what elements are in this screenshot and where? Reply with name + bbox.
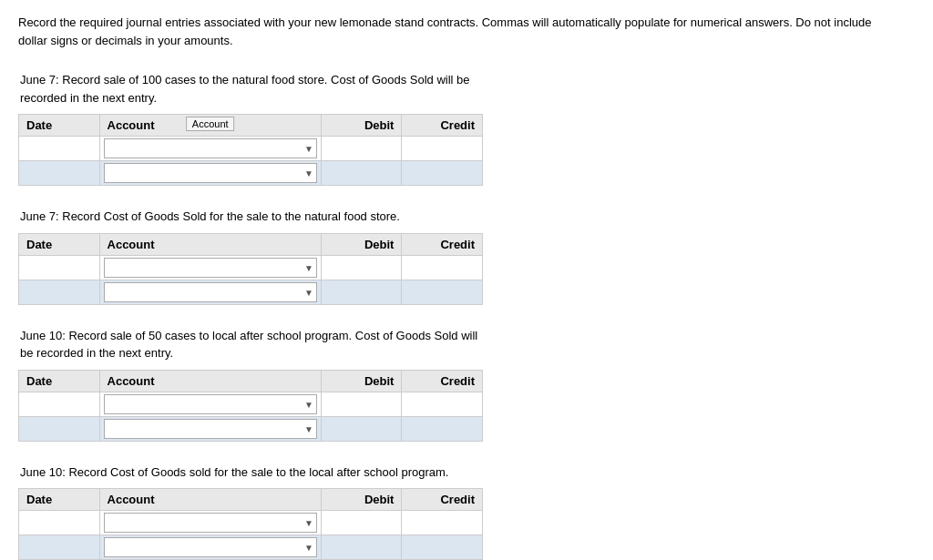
col-header-date: Date bbox=[19, 233, 100, 255]
journal-section-2: June 7: Record Cost of Goods Sold for th… bbox=[18, 204, 483, 305]
table-row: ▼ bbox=[19, 416, 483, 441]
debit-cell-s2-r1[interactable] bbox=[321, 255, 402, 280]
col-header-date: Date bbox=[19, 370, 100, 392]
col-header-debit: Debit bbox=[321, 370, 402, 392]
account-cell-s3-r1[interactable]: ▼ bbox=[99, 392, 321, 416]
journal-section-1: June 7: Record sale of 100 cases to the … bbox=[18, 67, 483, 186]
credit-cell-s1-r1[interactable] bbox=[402, 137, 483, 161]
credit-input-s3-r2[interactable] bbox=[405, 423, 478, 435]
debit-input-s4-r2[interactable] bbox=[325, 542, 398, 555]
date-cell-s3-r1[interactable] bbox=[19, 392, 100, 416]
debit-input-s4-r1[interactable] bbox=[325, 517, 398, 530]
table-row: ▼ bbox=[19, 255, 483, 280]
account-select-s4-r1[interactable] bbox=[104, 513, 317, 533]
date-cell-s1-r2[interactable] bbox=[19, 161, 100, 186]
account-cell-s1-r2[interactable]: ▼ bbox=[99, 161, 321, 186]
account-cell-s2-r2[interactable]: ▼ bbox=[99, 280, 321, 304]
col-header-account: Account bbox=[99, 115, 321, 137]
date-cell-s2-r2[interactable] bbox=[19, 280, 100, 304]
col-header-debit: Debit bbox=[321, 489, 402, 511]
date-cell-s4-r1[interactable] bbox=[19, 511, 100, 535]
account-select-s3-r1[interactable] bbox=[104, 394, 317, 414]
debit-cell-s1-r1[interactable] bbox=[321, 137, 402, 161]
date-input-s4-r1[interactable] bbox=[23, 517, 96, 530]
credit-input-s4-r2[interactable] bbox=[405, 542, 478, 555]
credit-input-s2-r2[interactable] bbox=[405, 286, 478, 299]
intro-text: Record the required journal entries asso… bbox=[18, 14, 893, 49]
date-input-s2-r2[interactable] bbox=[23, 286, 96, 299]
col-header-date: Date bbox=[19, 489, 100, 511]
credit-cell-s4-r1[interactable] bbox=[402, 511, 483, 535]
journal-section-4: June 10: Record Cost of Goods sold for t… bbox=[18, 460, 483, 561]
debit-cell-s1-r2[interactable] bbox=[321, 161, 402, 186]
journal-table-2: DateAccountDebitCredit▼▼ bbox=[18, 233, 483, 305]
debit-input-s2-r2[interactable] bbox=[325, 286, 398, 299]
debit-input-s3-r2[interactable] bbox=[325, 423, 398, 435]
date-cell-s3-r2[interactable] bbox=[19, 416, 100, 441]
date-cell-s1-r1[interactable] bbox=[19, 137, 100, 161]
debit-input-s1-r2[interactable] bbox=[325, 168, 398, 180]
debit-input-s3-r1[interactable] bbox=[325, 398, 398, 411]
col-header-date: Date bbox=[19, 115, 100, 137]
account-cell-s2-r1[interactable]: ▼ bbox=[99, 255, 321, 280]
debit-cell-s3-r2[interactable] bbox=[321, 416, 402, 441]
debit-cell-s4-r2[interactable] bbox=[321, 535, 402, 560]
table-row: ▼ bbox=[19, 535, 483, 560]
section-description-2: June 7: Record Cost of Goods Sold for th… bbox=[18, 204, 483, 229]
account-select-s2-r2[interactable] bbox=[104, 282, 317, 302]
table-row: ▼ bbox=[19, 280, 483, 304]
journal-table-4: DateAccountDebitCredit▼▼ bbox=[18, 488, 483, 560]
table-row: ▼ bbox=[19, 161, 483, 186]
account-cell-s4-r2[interactable]: ▼ bbox=[99, 535, 321, 560]
account-cell-s1-r1[interactable]: Account▼ bbox=[99, 137, 321, 161]
credit-cell-s2-r2[interactable] bbox=[402, 280, 483, 304]
account-select-s1-r2[interactable] bbox=[104, 163, 317, 183]
debit-cell-s2-r2[interactable] bbox=[321, 280, 402, 304]
credit-input-s4-r1[interactable] bbox=[405, 517, 478, 530]
col-header-credit: Credit bbox=[402, 370, 483, 392]
credit-input-s1-r2[interactable] bbox=[405, 168, 478, 180]
account-select-s3-r2[interactable] bbox=[104, 419, 317, 439]
section-description-1: June 7: Record sale of 100 cases to the … bbox=[18, 67, 483, 110]
credit-cell-s1-r2[interactable] bbox=[402, 161, 483, 186]
credit-input-s2-r1[interactable] bbox=[405, 261, 478, 274]
col-header-account: Account bbox=[99, 489, 321, 511]
date-input-s1-r2[interactable] bbox=[23, 168, 96, 180]
journal-table-3: DateAccountDebitCredit▼▼ bbox=[18, 370, 483, 442]
credit-cell-s3-r2[interactable] bbox=[402, 416, 483, 441]
credit-input-s1-r1[interactable] bbox=[405, 143, 478, 156]
debit-cell-s3-r1[interactable] bbox=[321, 392, 402, 416]
col-header-credit: Credit bbox=[402, 489, 483, 511]
col-header-debit: Debit bbox=[321, 233, 402, 255]
account-select-s4-r2[interactable] bbox=[104, 537, 317, 557]
debit-cell-s4-r1[interactable] bbox=[321, 511, 402, 535]
account-cell-s3-r2[interactable]: ▼ bbox=[99, 416, 321, 441]
journal-table-1: DateAccountDebitCreditAccount▼▼ bbox=[18, 114, 483, 186]
journal-section-3: June 10: Record sale of 50 cases to loca… bbox=[18, 323, 483, 442]
section-description-4: June 10: Record Cost of Goods sold for t… bbox=[18, 460, 483, 485]
date-input-s4-r2[interactable] bbox=[23, 542, 96, 555]
date-input-s2-r1[interactable] bbox=[23, 261, 96, 274]
date-input-s3-r2[interactable] bbox=[23, 423, 96, 435]
credit-cell-s3-r1[interactable] bbox=[402, 392, 483, 416]
credit-cell-s4-r2[interactable] bbox=[402, 535, 483, 560]
table-row: Account▼ bbox=[19, 137, 483, 161]
credit-cell-s2-r1[interactable] bbox=[402, 255, 483, 280]
credit-input-s3-r1[interactable] bbox=[405, 398, 478, 411]
table-row: ▼ bbox=[19, 392, 483, 416]
col-header-account: Account bbox=[99, 233, 321, 255]
col-header-credit: Credit bbox=[402, 115, 483, 137]
date-cell-s2-r1[interactable] bbox=[19, 255, 100, 280]
date-input-s1-r1[interactable] bbox=[23, 143, 96, 156]
debit-input-s1-r1[interactable] bbox=[325, 143, 398, 156]
account-cell-s4-r1[interactable]: ▼ bbox=[99, 511, 321, 535]
section-description-3: June 10: Record sale of 50 cases to loca… bbox=[18, 323, 483, 366]
date-input-s3-r1[interactable] bbox=[23, 398, 96, 411]
debit-input-s2-r1[interactable] bbox=[325, 261, 398, 274]
col-header-account: Account bbox=[99, 370, 321, 392]
date-cell-s4-r2[interactable] bbox=[19, 535, 100, 560]
account-select-s1-r1[interactable] bbox=[104, 138, 317, 158]
account-select-s2-r1[interactable] bbox=[104, 258, 317, 278]
col-header-credit: Credit bbox=[402, 233, 483, 255]
col-header-debit: Debit bbox=[321, 115, 402, 137]
